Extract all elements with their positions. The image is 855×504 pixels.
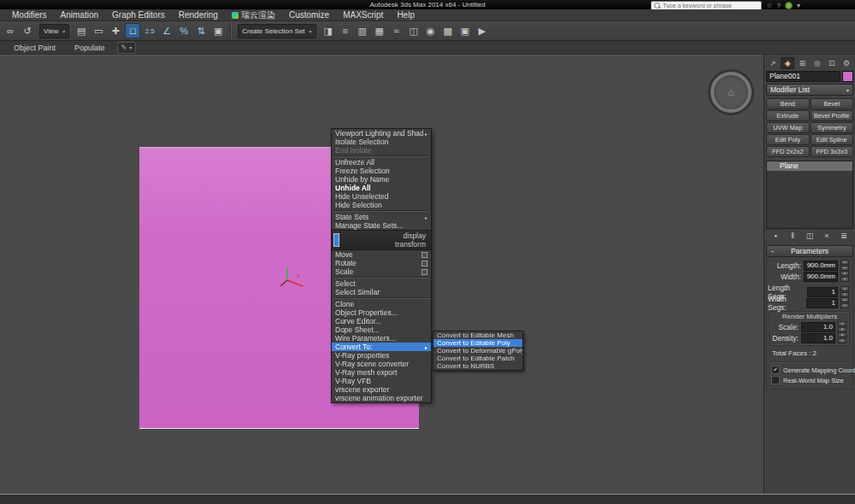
spinner-up-icon[interactable]: ▲ <box>838 332 846 337</box>
angle-snap-icon[interactable]: ∠ <box>159 23 174 38</box>
param-value-width-segs[interactable]: 1 <box>806 298 838 308</box>
layer-manager-icon[interactable]: ▥ <box>355 23 370 38</box>
param-value-length-segs[interactable]: 1 <box>807 287 838 297</box>
quad-item-scale[interactable]: Scale <box>332 267 431 276</box>
modifier-button-ffd-3x3x3[interactable]: FFD 3x3x3 <box>811 146 854 157</box>
spinner-up-icon[interactable]: ▲ <box>840 286 849 291</box>
settings-box-icon[interactable] <box>422 269 428 275</box>
star-icon[interactable]: ☆ <box>766 2 772 9</box>
settings-box-icon[interactable] <box>422 252 428 258</box>
undo-icon[interactable]: ↺ <box>20 23 35 38</box>
quad-item-vrscene-animation-exporter[interactable]: vrscene animation exporter <box>332 394 431 402</box>
submenu-item-convert-to-editable-poly[interactable]: Convert to Editable Poly <box>433 339 522 347</box>
menu-graph-editors[interactable]: Graph Editors <box>105 9 172 21</box>
render-setup-icon[interactable]: ▩ <box>440 23 456 38</box>
select-and-link-icon[interactable]: ∞ <box>3 23 18 38</box>
quad-item-manage-state-sets[interactable]: Manage State Sets... <box>332 221 431 230</box>
chevron-down-icon[interactable]: ▾ <box>797 2 800 9</box>
modifier-button-edit-spline[interactable]: Edit Spline <box>811 134 854 145</box>
pin-stack-icon[interactable]: ▪ <box>770 231 781 240</box>
menu-customize[interactable]: Customize <box>282 9 336 21</box>
search-input[interactable] <box>663 3 758 9</box>
quad-item-curve-editor[interactable]: Curve Editor... <box>332 317 431 325</box>
rendered-frame-icon[interactable]: ▣ <box>457 23 473 38</box>
help-icon[interactable]: ? <box>777 2 781 9</box>
tab-populate[interactable]: Populate <box>68 41 112 55</box>
quad-item-vrscene-exporter[interactable]: vrscene exporter <box>332 385 431 394</box>
spinner-up-icon[interactable]: ▲ <box>840 297 849 302</box>
sign-in-icon[interactable] <box>785 2 793 9</box>
ribbon-toggle-icon[interactable]: ▦ <box>372 23 387 38</box>
quad-item-freeze-selection[interactable]: Freeze Selection <box>332 167 431 175</box>
modifier-stack[interactable]: Plane <box>766 161 853 229</box>
menu-cloud-render[interactable]: 瑞云渲染 <box>225 9 282 21</box>
modifier-list-dropdown[interactable]: Modifier List ▾ <box>766 84 853 96</box>
quad-header-transform[interactable]: transform <box>332 240 431 249</box>
menu-rendering[interactable]: Rendering <box>172 9 225 21</box>
spinner-up-icon[interactable]: ▲ <box>838 321 846 326</box>
create-tab[interactable]: ↗ <box>766 57 780 69</box>
modifier-button-bend[interactable]: Bend <box>766 98 810 109</box>
quad-item-v-ray-mesh-export[interactable]: V-Ray mesh export <box>332 368 431 377</box>
quad-item-object-properties[interactable]: Object Properties... <box>332 308 431 317</box>
spinner-up-icon[interactable]: ▲ <box>840 260 849 265</box>
quad-item-convert-to[interactable]: Convert To:▸ <box>332 343 431 351</box>
quad-item-select[interactable]: Select <box>332 279 431 288</box>
modifier-button-symmetry[interactable]: Symmetry <box>811 122 854 133</box>
param-value-scale[interactable]: 1.0 <box>801 322 835 332</box>
submenu-item-convert-to-nurbs[interactable]: Convert to NURBS <box>433 362 522 370</box>
select-and-move-icon[interactable]: ✚ <box>108 23 123 38</box>
quad-item-end-isolate[interactable]: End Isolate <box>332 146 431 155</box>
make-unique-icon[interactable]: ◫ <box>805 231 815 240</box>
quad-item-select-similar[interactable]: Select Similar <box>332 288 431 296</box>
select-by-name-icon[interactable]: ▤ <box>74 23 89 38</box>
select-object-icon[interactable]: □ <box>125 23 140 38</box>
quad-header-display[interactable]: display <box>332 231 431 240</box>
settings-box-icon[interactable] <box>422 261 428 267</box>
mirror-icon[interactable]: ◨ <box>321 23 336 38</box>
quad-item-unhide-all[interactable]: Unhide All <box>332 184 431 192</box>
menu-help[interactable]: Help <box>390 9 422 21</box>
quad-item-dope-sheet[interactable]: Dope Sheet... <box>332 325 431 334</box>
utilities-tab[interactable]: ⚙ <box>840 57 853 69</box>
selection-region-icon[interactable]: ▭ <box>91 23 106 38</box>
object-color-swatch[interactable] <box>842 71 853 82</box>
ribbon-tools[interactable]: ✎ ▾ <box>117 42 137 54</box>
quad-item-viewport-lighting-and-shadows[interactable]: Viewport Lighting and Shadows▸ <box>332 129 431 138</box>
quad-item-v-ray-vfb[interactable]: V-Ray VFB <box>332 377 431 385</box>
parameters-rollout-header[interactable]: - Parameters <box>766 245 853 257</box>
submenu-item-convert-to-editable-mesh[interactable]: Convert to Editable Mesh <box>433 331 522 339</box>
menu-modifiers[interactable]: Modifiers <box>5 9 54 21</box>
spinner-snap-icon[interactable]: ⇅ <box>193 23 209 38</box>
modifier-button-uvw-map[interactable]: UVW Map <box>766 122 810 133</box>
steering-wheel[interactable]: ⌂ <box>711 72 752 113</box>
motion-tab[interactable]: ◎ <box>811 57 824 69</box>
quad-item-rotate[interactable]: Rotate <box>332 259 431 267</box>
quad-item-state-sets[interactable]: State Sets▸ <box>332 213 431 221</box>
checkbox-box-icon[interactable]: ✓ <box>771 366 780 374</box>
quad-item-unfreeze-all[interactable]: Unfreeze All <box>332 158 431 167</box>
spinner-down-icon[interactable]: ▼ <box>840 277 849 282</box>
modifier-button-bevel-profile[interactable]: Bevel Profile <box>811 110 854 121</box>
modifier-button-ffd-2x2x2[interactable]: FFD 2x2x2 <box>766 146 810 157</box>
param-value-width[interactable]: 900.0mm <box>804 272 838 282</box>
quad-item-v-ray-scene-converter[interactable]: V-Ray scene converter <box>332 360 431 368</box>
named-selection-set-dropdown[interactable]: Create Selection Set▾ <box>238 24 315 38</box>
spinner-down-icon[interactable]: ▼ <box>838 338 846 343</box>
spinner-down-icon[interactable]: ▼ <box>840 303 849 308</box>
quad-item-unhide-by-name[interactable]: Unhide by Name <box>332 175 431 184</box>
object-name-field[interactable]: Plane001 <box>766 71 840 82</box>
snaps-toggle-icon[interactable]: 2.5 <box>142 23 157 38</box>
tab-object-paint[interactable]: Object Paint <box>7 41 62 55</box>
material-editor-icon[interactable]: ◉ <box>423 23 439 38</box>
schematic-view-icon[interactable]: ◫ <box>406 23 422 38</box>
quad-item-clone[interactable]: Clone <box>332 300 431 308</box>
remove-modifier-icon[interactable]: × <box>822 231 832 240</box>
quad-item-v-ray-properties[interactable]: V-Ray properties <box>332 351 431 360</box>
edit-selection-sets-icon[interactable]: ▣ <box>210 23 226 38</box>
display-tab[interactable]: ⊡ <box>825 57 839 69</box>
quad-item-hide-selection[interactable]: Hide Selection <box>332 201 431 209</box>
spinner-up-icon[interactable]: ▲ <box>840 271 849 276</box>
quad-item-hide-unselected[interactable]: Hide Unselected <box>332 192 431 201</box>
submenu-item-convert-to-editable-patch[interactable]: Convert to Editable Patch <box>433 355 522 362</box>
